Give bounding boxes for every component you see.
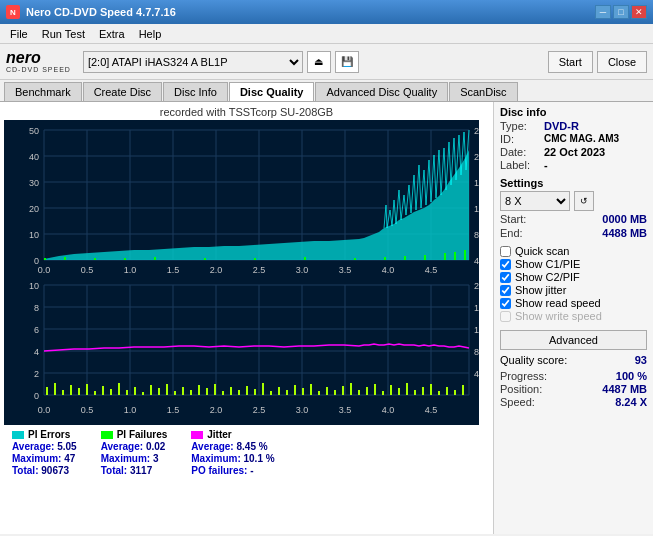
svg-rect-123 (350, 383, 352, 395)
refresh-button[interactable]: ↺ (574, 191, 594, 211)
tab-benchmark[interactable]: Benchmark (4, 82, 82, 101)
disc-info-title: Disc info (500, 106, 647, 118)
drive-select[interactable]: [2:0] ATAPI iHAS324 A BL1P (83, 51, 303, 73)
top-chart-svg: 50 40 30 20 10 0 24 20 16 12 8 4 (4, 120, 479, 275)
svg-text:0.5: 0.5 (81, 265, 94, 275)
advanced-button[interactable]: Advanced (500, 330, 647, 350)
svg-rect-91 (94, 391, 96, 395)
show-c2-checkbox[interactable] (500, 272, 511, 283)
svg-rect-105 (206, 388, 208, 395)
eject-button[interactable]: ⏏ (307, 51, 331, 73)
menu-run-test[interactable]: Run Test (36, 27, 91, 41)
svg-rect-34 (124, 258, 126, 260)
bottom-chart-svg: 10 8 6 4 2 0 20 16 12 8 4 (4, 275, 479, 425)
svg-rect-36 (204, 258, 206, 260)
disc-type-value: DVD-R (544, 120, 579, 132)
svg-rect-120 (326, 387, 328, 395)
show-read-speed-row: Show read speed (500, 297, 647, 309)
svg-rect-129 (398, 388, 400, 395)
show-jitter-checkbox[interactable] (500, 285, 511, 296)
maximize-button[interactable]: □ (613, 5, 629, 19)
svg-rect-127 (382, 391, 384, 395)
pi-failures-avg: Average: 0.02 (101, 441, 168, 452)
svg-text:20: 20 (474, 152, 479, 162)
menu-extra[interactable]: Extra (93, 27, 131, 41)
jitter-label: Jitter (207, 429, 231, 440)
save-button[interactable]: 💾 (335, 51, 359, 73)
svg-rect-126 (374, 384, 376, 395)
end-mb-value: 4488 MB (602, 227, 647, 239)
svg-rect-96 (134, 387, 136, 395)
svg-text:6: 6 (34, 325, 39, 335)
svg-rect-137 (462, 385, 464, 395)
start-mb-row: Start: 0000 MB (500, 213, 647, 225)
menu-bar: File Run Test Extra Help (0, 24, 653, 44)
disc-date-value: 22 Oct 2023 (544, 146, 605, 158)
menu-help[interactable]: Help (133, 27, 168, 41)
svg-text:16: 16 (474, 303, 479, 313)
show-write-speed-checkbox[interactable] (500, 311, 511, 322)
quality-score-label: Quality score: (500, 354, 567, 366)
menu-file[interactable]: File (4, 27, 34, 41)
svg-rect-35 (154, 257, 156, 260)
svg-rect-121 (334, 390, 336, 395)
svg-rect-136 (454, 390, 456, 395)
disc-label-value: - (544, 159, 548, 171)
tab-advanced-disc-quality[interactable]: Advanced Disc Quality (315, 82, 448, 101)
svg-rect-109 (238, 390, 240, 395)
show-c1-row: Show C1/PIE (500, 258, 647, 270)
show-c1-label: Show C1/PIE (515, 258, 580, 270)
start-mb-value: 0000 MB (602, 213, 647, 225)
disc-type-row: Type: DVD-R (500, 120, 647, 132)
start-button[interactable]: Start (548, 51, 593, 73)
pi-errors-label: PI Errors (28, 429, 70, 440)
minimize-button[interactable]: ─ (595, 5, 611, 19)
svg-rect-87 (62, 390, 64, 395)
bottom-chart: 10 8 6 4 2 0 20 16 12 8 4 (4, 275, 489, 425)
svg-text:8: 8 (34, 303, 39, 313)
svg-text:2.0: 2.0 (210, 265, 223, 275)
svg-rect-131 (414, 390, 416, 395)
svg-rect-106 (214, 384, 216, 395)
close-button[interactable]: ✕ (631, 5, 647, 19)
position-label: Position: (500, 383, 542, 395)
legend-jitter: Jitter Average: 8.45 % Maximum: 10.1 % P… (191, 429, 274, 476)
pi-errors-color (12, 431, 24, 439)
svg-rect-132 (422, 387, 424, 395)
svg-text:8: 8 (474, 230, 479, 240)
tabs: Benchmark Create Disc Disc Info Disc Qua… (0, 80, 653, 102)
svg-rect-90 (86, 384, 88, 395)
disc-label-row: Label: - (500, 159, 647, 171)
speed-row: 8 X 1 X 2 X 4 X Max ↺ (500, 191, 647, 211)
progress-section: Progress: 100 % Position: 4487 MB Speed:… (500, 370, 647, 408)
tab-disc-quality[interactable]: Disc Quality (229, 82, 315, 101)
tab-scan-disc[interactable]: ScanDisc (449, 82, 517, 101)
progress-value: 100 % (616, 370, 647, 382)
svg-text:0.0: 0.0 (38, 265, 51, 275)
legend-pi-errors: PI Errors Average: 5.05 Maximum: 47 Tota… (12, 429, 77, 476)
svg-text:2.0: 2.0 (210, 405, 223, 415)
svg-text:20: 20 (474, 281, 479, 291)
tab-disc-info[interactable]: Disc Info (163, 82, 228, 101)
tab-create-disc[interactable]: Create Disc (83, 82, 162, 101)
svg-text:4: 4 (34, 347, 39, 357)
jitter-max: Maximum: 10.1 % (191, 453, 274, 464)
svg-rect-111 (254, 389, 256, 395)
speed-value: 8.24 X (615, 396, 647, 408)
show-c1-checkbox[interactable] (500, 259, 511, 270)
svg-rect-115 (286, 390, 288, 395)
settings-section: Settings 8 X 1 X 2 X 4 X Max ↺ Start: 00… (500, 177, 647, 239)
show-read-speed-checkbox[interactable] (500, 298, 511, 309)
show-write-speed-label: Show write speed (515, 310, 602, 322)
pi-errors-max: Maximum: 47 (12, 453, 77, 464)
svg-text:50: 50 (29, 126, 39, 136)
progress-label: Progress: (500, 370, 547, 382)
svg-rect-89 (78, 388, 80, 395)
speed-select[interactable]: 8 X 1 X 2 X 4 X Max (500, 191, 570, 211)
quick-scan-checkbox[interactable] (500, 246, 511, 257)
close-toolbar-button[interactable]: Close (597, 51, 647, 73)
show-jitter-row: Show jitter (500, 284, 647, 296)
svg-rect-128 (390, 385, 392, 395)
top-chart: 50 40 30 20 10 0 24 20 16 12 8 4 (4, 120, 489, 275)
svg-text:4.5: 4.5 (425, 265, 438, 275)
